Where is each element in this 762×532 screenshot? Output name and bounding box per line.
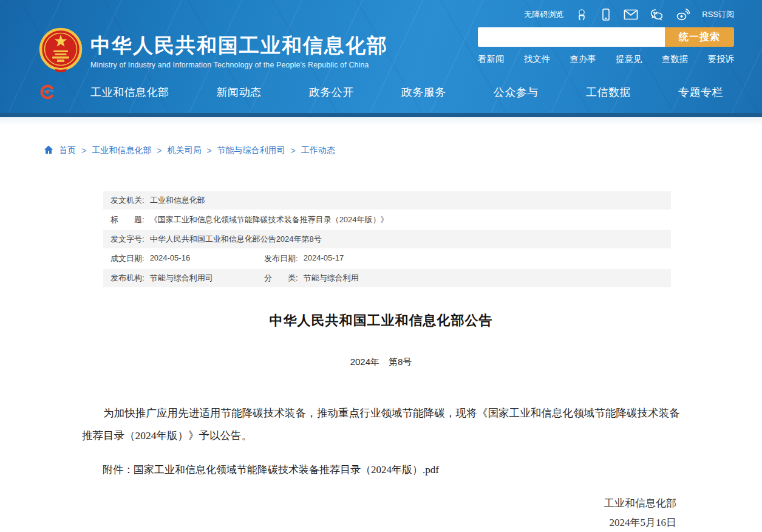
meta-value: 节能与综合利用司	[150, 273, 213, 284]
wechat-icon[interactable]	[650, 8, 664, 21]
meta-row-issuing-agency: 发文机关: 工业和信息化部	[103, 191, 671, 210]
quick-link-documents[interactable]: 找文件	[524, 53, 551, 65]
meta-row-dates: 成文日期: 2024-05-16 发布日期: 2024-05-17	[103, 250, 671, 268]
nav-item-public-participation[interactable]: 公众参与	[494, 85, 539, 100]
meta-row-publisher: 发布机构: 节能与综合利用司 分 类: 节能与综合利用	[103, 269, 671, 287]
mail-icon[interactable]	[624, 9, 638, 21]
breadcrumb-home[interactable]: 首页	[59, 145, 76, 156]
header-bottom-stripe	[0, 113, 762, 117]
breadcrumb: 首页 > 工业和信息化部 > 机关司局 > 节能与综合利用司 > 工作动态	[44, 145, 762, 156]
breadcrumb-separator: >	[291, 146, 296, 155]
quick-link-complaint[interactable]: 要投诉	[707, 53, 734, 65]
quick-links: 看新闻 找文件 查办事 提意见 查数据 要投诉	[478, 53, 734, 65]
unified-search-button[interactable]: 统一搜索	[665, 27, 734, 47]
signature-date: 2024年5月16日	[82, 513, 676, 532]
meta-value: 节能与综合利用	[304, 273, 359, 284]
meta-value: 2024-05-16	[150, 253, 191, 264]
quick-link-data[interactable]: 查数据	[662, 53, 689, 65]
breadcrumb-work-updates[interactable]: 工作动态	[301, 145, 335, 156]
meta-row-doc-number: 发文字号: 中华人民共和国工业和信息化部公告2024年第8号	[103, 230, 671, 248]
meta-label: 标 题:	[111, 214, 145, 225]
meta-label: 发文机关:	[111, 195, 145, 206]
meta-label: 发文字号:	[111, 234, 145, 245]
header-shadow	[0, 117, 762, 126]
meta-value: 2024-05-17	[304, 253, 344, 264]
quick-link-services[interactable]: 查办事	[570, 53, 596, 65]
nav-item-miit-data[interactable]: 工信数据	[586, 85, 631, 100]
nav-item-gov-services[interactable]: 政务服务	[401, 85, 446, 100]
meta-value: 《国家工业和信息化领域节能降碳技术装备推荐目录（2024年版）》	[150, 214, 389, 225]
mobile-phone-icon[interactable]	[600, 8, 612, 21]
document-content: 发文机关: 工业和信息化部 标 题: 《国家工业和信息化领域节能降碳技术装备推荐…	[82, 191, 680, 532]
breadcrumb-separator: >	[206, 146, 211, 155]
meta-label: 发布日期:	[264, 253, 298, 264]
breadcrumb-separator: >	[81, 146, 86, 155]
attachment-pdf-link[interactable]: 国家工业和信息化领域节能降碳技术装备推荐目录（2024年版）.pdf	[134, 464, 439, 476]
quick-link-news[interactable]: 看新闻	[478, 53, 505, 65]
site-subtitle: Ministry of Industry and Information Tec…	[90, 61, 388, 69]
accessibility-link[interactable]: 无障碍浏览	[524, 9, 563, 20]
document-meta-table: 发文机关: 工业和信息化部 标 题: 《国家工业和信息化领域节能降碳技术装备推荐…	[103, 191, 671, 287]
weibo-icon[interactable]	[676, 8, 690, 21]
meta-row-title: 标 题: 《国家工业和信息化领域节能降碳技术装备推荐目录（2024年版）》	[103, 211, 671, 229]
meta-label: 成文日期:	[111, 253, 145, 264]
robot-mascot-icon[interactable]	[575, 8, 588, 21]
main-nav: 工业和信息化部 新闻动态 政务公开 政务服务 公众参与 工信数据 专题专栏	[0, 84, 762, 100]
meta-value: 工业和信息化部	[150, 195, 205, 206]
miit-swirl-logo-icon[interactable]	[39, 84, 55, 100]
site-logo[interactable]: 中华人民共和国工业和信息化部 Ministry of Industry and …	[39, 27, 388, 76]
breadcrumb-miit[interactable]: 工业和信息化部	[92, 145, 151, 156]
signature-block: 工业和信息化部 2024年5月16日	[82, 494, 680, 532]
nav-item-miit[interactable]: 工业和信息化部	[90, 85, 169, 100]
announcement-title: 中华人民共和国工业和信息化部公告	[82, 312, 680, 330]
home-icon[interactable]	[44, 145, 53, 156]
meta-label: 分 类:	[264, 273, 298, 284]
rss-link[interactable]: RSS订阅	[702, 9, 734, 20]
search-input[interactable]	[478, 27, 665, 47]
attachment-label: 附件：	[103, 464, 134, 476]
meta-value: 中华人民共和国工业和信息化部公告2024年第8号	[150, 234, 322, 245]
nav-item-news[interactable]: 新闻动态	[217, 85, 262, 100]
breadcrumb-separator: >	[157, 146, 162, 155]
nav-item-gov-disclosure[interactable]: 政务公开	[309, 85, 354, 100]
breadcrumb-energy-dept[interactable]: 节能与综合利用司	[217, 145, 285, 156]
announcement-body: 为加快推广应用先进适用节能降碳技术装备，推动重点行业领域节能降碳，现将《国家工业…	[82, 402, 680, 447]
breadcrumb-departments[interactable]: 机关司局	[167, 145, 201, 156]
nav-item-special-columns[interactable]: 专题专栏	[678, 85, 723, 100]
announcement-number: 2024年 第8号	[82, 356, 680, 368]
national-emblem-icon	[39, 27, 83, 76]
attachment-line: 附件：国家工业和信息化领域节能降碳技术装备推荐目录（2024年版）.pdf	[82, 463, 680, 477]
site-header: 无障碍浏览	[0, 0, 762, 113]
utility-bar: 无障碍浏览	[0, 0, 762, 21]
site-title: 中华人民共和国工业和信息化部	[90, 34, 388, 57]
meta-label: 发布机构:	[111, 273, 145, 284]
signature-agency: 工业和信息化部	[82, 494, 676, 513]
quick-link-feedback[interactable]: 提意见	[616, 53, 642, 65]
